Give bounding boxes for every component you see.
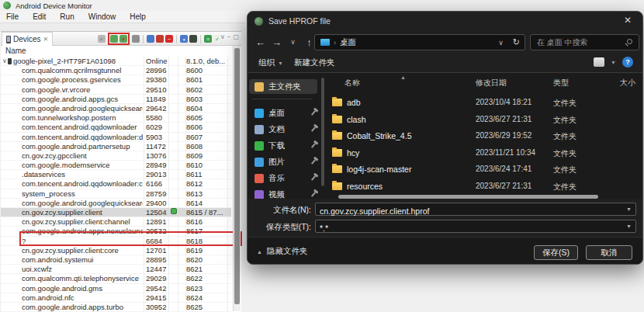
chevron-down-icon[interactable]: ▼ [626, 206, 632, 212]
back-icon[interactable]: ← [252, 36, 268, 48]
process-row[interactable]: cn.gov.zcy.supplier.client:channel128918… [1, 217, 231, 227]
process-name: com.google.android.apps.nexuslaunche [22, 227, 143, 236]
process-row[interactable]: .dataservices290138611 [1, 170, 231, 179]
cancel-button[interactable]: 取消 [586, 245, 632, 260]
pin-icon [311, 143, 316, 148]
sidebar-item-home[interactable]: 主文件夹 [249, 79, 317, 94]
process-row[interactable]: cn.gov.zcy.supplier.client125048615 / 87… [1, 208, 231, 217]
file-date: 2023/11/21 10:34 [476, 148, 535, 157]
column-name[interactable]: 名称 [345, 78, 360, 90]
process-row[interactable]: cn.gov.zcy.supplier.client:core127018619 [1, 246, 231, 255]
process-row[interactable]: com.qualcomm.qti.telephonyservice2902986… [1, 274, 231, 283]
sidebar-item-pictures[interactable]: 图片 [249, 154, 317, 169]
dialog-titlebar[interactable]: Save HPROF file ✕ [248, 12, 642, 30]
process-row[interactable]: com.google.vr.vrcore295108602 [1, 85, 231, 95]
maximize-icon[interactable]: ▢ [233, 34, 239, 40]
devices-scrollbar[interactable] [233, 46, 241, 311]
help-icon[interactable]: ? [622, 57, 633, 68]
minimize-icon[interactable]: − [227, 34, 231, 40]
sidebar-item-music[interactable]: 音乐 [249, 171, 317, 185]
save-type-input[interactable] [316, 223, 620, 234]
process-name: cn.gov.zcy.supplier.client:channel [22, 217, 143, 227]
process-row[interactable]: com.tencent.android.qqdownloader60298606 [1, 123, 231, 132]
process-row[interactable]: com.google.android.partnersetup114728608 [1, 142, 231, 151]
file-row[interactable]: resources2023/6/27 21:31文件夹 [327, 179, 643, 196]
filename-input[interactable] [316, 206, 620, 217]
column-size[interactable]: 大小 [620, 78, 635, 90]
process-row[interactable]: com.google.android.googlequicksearch2964… [1, 104, 231, 113]
search-box[interactable] [530, 34, 639, 50]
stop-process-icon[interactable]: − [165, 35, 173, 43]
update-heap-icon[interactable] [110, 35, 118, 43]
process-row[interactable]: com.google.android.googlequicksearch2940… [1, 199, 231, 208]
tab-devices[interactable]: Devices ✕ [2, 32, 53, 46]
process-row[interactable]: com.tencent.android.qqdownloader:clo6166… [1, 179, 231, 189]
refresh-icon[interactable]: ↻ [513, 37, 520, 47]
column-date[interactable]: 修改日期 [476, 78, 507, 90]
process-row[interactable]: system_process287598613 [1, 189, 231, 199]
recent-locations-icon[interactable]: ∨ [285, 38, 301, 46]
view-mode-dropdown-icon[interactable]: ▼ [611, 60, 616, 65]
sidebar-item-documents[interactable]: 文档 [249, 122, 317, 137]
process-row[interactable]: com.android.systemui288958620 [1, 255, 231, 265]
new-folder-button[interactable]: 新建文件夹 [294, 57, 335, 68]
menu-edit[interactable]: Edit [33, 12, 46, 21]
file-row[interactable]: clash2023/6/27 21:31文件夹 [327, 112, 643, 129]
process-row[interactable]: cn.gov.zcy.gpcclient130768609 [1, 151, 231, 161]
file-row[interactable]: log4j-scan-master2023/6/24 17:41文件夹 [327, 161, 643, 179]
process-row[interactable]: com.google.modemservice289498610 [1, 161, 231, 170]
cause-gc-icon[interactable] [132, 35, 140, 43]
sidebar-scrollbar[interactable] [321, 78, 324, 186]
hierarchy-view-icon[interactable]: ≡ [204, 35, 212, 43]
sidebar-item-downloads[interactable]: 下载 [249, 138, 317, 153]
sidebar-item-desktop[interactable]: 桌面 [249, 106, 317, 120]
view-mode-icon[interactable] [594, 57, 604, 67]
organize-button[interactable]: 组织▼ [258, 57, 283, 68]
filename-combobox[interactable]: ▼ [315, 203, 636, 216]
view-menu-icon[interactable]: ∨ [220, 34, 225, 40]
menu-help[interactable]: Help [130, 12, 146, 21]
process-pid: 12504 [146, 208, 166, 217]
save-type-combobox[interactable]: ▼ [315, 220, 636, 233]
debug-attach-icon[interactable]: ✳ [98, 35, 106, 43]
close-icon[interactable]: ✕ [624, 15, 632, 26]
address-bar[interactable]: › 桌面 ∨ ↻ [314, 34, 525, 50]
process-row[interactable]: com.google.process.gservices293808601 [1, 75, 231, 85]
menu-file[interactable]: File [6, 12, 19, 21]
column-type[interactable]: 类型 [553, 78, 569, 90]
process-port: 8620 [186, 255, 203, 265]
device-row[interactable]: ∨google-pixel_2-HT79F1A01098Online8.1.0,… [1, 57, 231, 66]
forward-icon[interactable]: → [268, 36, 285, 48]
process-row[interactable]: com.google.android.apps.nexuslaunche2953… [1, 227, 231, 236]
save-button[interactable]: 保存(S) [534, 245, 578, 260]
devices-scrollbar-thumb[interactable] [234, 48, 240, 304]
process-row[interactable]: uoi.xcwfz124478621 [1, 265, 231, 274]
process-row[interactable]: com.qualcomm.qcrilmsgtunnel289968600 [1, 66, 231, 75]
tab-close-icon[interactable]: ✕ [43, 36, 49, 43]
method-profiling-icon[interactable] [156, 35, 164, 43]
breadcrumb-desktop[interactable]: 桌面 [340, 37, 356, 48]
process-row[interactable]: com.tunnelworkshop.postern55808605 [1, 113, 231, 123]
address-dropdown-icon[interactable]: ∨ [498, 39, 504, 47]
dump-hprof-icon[interactable]: ▾ [119, 35, 127, 43]
process-row[interactable]: com.google.android.gms295428623 [1, 284, 231, 293]
screen-capture-icon[interactable]: ● [180, 35, 188, 43]
process-row[interactable]: com.google.android.apps.gcs118498603 [1, 95, 231, 104]
expander-icon[interactable]: ∨ [2, 57, 7, 66]
process-row[interactable]: com.google.android.apps.turbo309528625 [1, 303, 231, 312]
file-row[interactable]: adb2023/10/4 18:21文件夹 [327, 95, 643, 112]
column-header-name[interactable]: Name [5, 47, 26, 55]
process-row[interactable]: com.tencent.android.qqdownloader:dae5903… [1, 133, 231, 142]
file-row[interactable]: Cobalt_Strike_4.52023/6/29 19:52文件夹 [327, 128, 643, 145]
menu-run[interactable]: Run [60, 12, 74, 21]
update-threads-icon[interactable] [147, 35, 154, 43]
chevron-down-icon[interactable]: ▼ [626, 224, 632, 229]
menu-window[interactable]: Window [88, 12, 116, 21]
process-port: 8617 [186, 227, 203, 236]
search-input[interactable] [531, 38, 616, 47]
hide-folders-button[interactable]: ▲ 隐藏文件夹 [257, 246, 307, 257]
system-info-icon[interactable] [189, 35, 197, 43]
file-row[interactable]: hcy2023/11/21 10:34文件夹 [327, 145, 643, 162]
process-row[interactable]: ?66848618 [1, 237, 231, 246]
process-row[interactable]: com.android.nfc294158624 [1, 293, 231, 303]
